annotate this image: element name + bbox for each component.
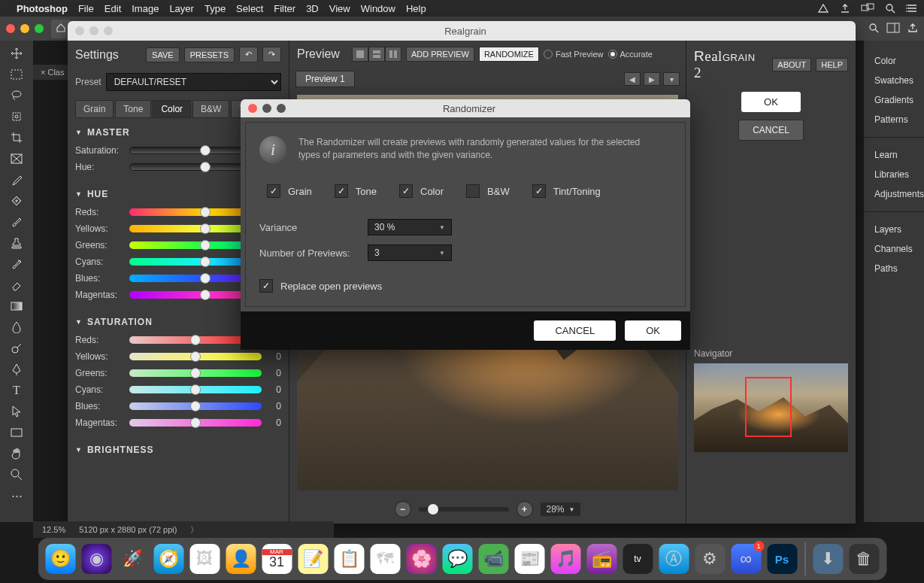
panel-adjustments[interactable]: Adjustments	[874, 184, 913, 204]
plugin-min[interactable]	[89, 26, 98, 35]
plugin-max[interactable]	[104, 26, 113, 35]
rectangle-tool[interactable]	[6, 424, 27, 441]
menu-file[interactable]: File	[78, 3, 94, 14]
status-chevron-icon[interactable]: 〉	[190, 524, 198, 536]
fast-preview-radio[interactable]: Fast Preview	[544, 50, 604, 59]
dock-notes[interactable]: 📝	[298, 544, 328, 574]
window-zoom[interactable]	[35, 24, 44, 33]
dock-news[interactable]: 📰	[514, 544, 544, 574]
sat-blues-slider[interactable]	[129, 400, 262, 412]
help-button[interactable]: HELP	[816, 58, 848, 71]
randomize-button[interactable]: RANDOMIZE	[479, 47, 539, 62]
marquee-tool[interactable]	[6, 66, 27, 83]
zoom-slider[interactable]	[419, 507, 509, 512]
panel-swatches[interactable]: Swatches	[874, 71, 913, 90]
panel-learn[interactable]: Learn	[874, 145, 913, 165]
dock-preview[interactable]: 🖼	[189, 544, 220, 574]
panel-color[interactable]: Color	[874, 51, 913, 71]
frame-tool[interactable]	[6, 150, 27, 167]
zoom-in-button[interactable]: +	[517, 501, 533, 518]
preview-next-button[interactable]: ▶	[644, 72, 660, 86]
eyedropper-tool[interactable]	[6, 172, 27, 188]
variance-select[interactable]: 30 %▼	[368, 219, 452, 235]
document-tab[interactable]: × Clas	[33, 65, 72, 80]
sat-magentas-slider[interactable]	[129, 417, 262, 429]
panel-paths[interactable]: Paths	[874, 259, 913, 278]
dock-settings[interactable]: ⚙	[695, 544, 725, 574]
menu-window[interactable]: Window	[361, 3, 395, 14]
gradient-tool[interactable]	[6, 298, 27, 314]
panel-gradients[interactable]: Gradients	[874, 90, 913, 110]
navigator-thumbnail[interactable]	[694, 363, 848, 452]
menu-layer[interactable]: Layer	[169, 3, 194, 14]
zoom-tool[interactable]	[6, 466, 27, 483]
dock-messages[interactable]: 💬	[442, 544, 472, 574]
dock-finder[interactable]: 🙂	[45, 544, 75, 574]
dock-launchpad[interactable]: 🚀	[117, 544, 147, 574]
type-tool[interactable]: T	[6, 382, 27, 399]
path-select-tool[interactable]	[6, 403, 27, 420]
add-preview-button[interactable]: ADD PREVIEW	[406, 47, 474, 62]
workspace-icon[interactable]	[886, 23, 900, 35]
status-icon[interactable]	[817, 3, 829, 14]
dock-podcasts[interactable]: 📻	[586, 544, 617, 574]
hand-tool[interactable]	[6, 445, 27, 462]
layout-split-v-icon[interactable]	[385, 47, 401, 62]
preset-select[interactable]: DEFAULT/RESET	[106, 73, 281, 91]
menu-edit[interactable]: Edit	[105, 3, 121, 14]
zoom-out-button[interactable]: −	[395, 501, 411, 518]
move-tool[interactable]	[6, 45, 27, 62]
save-button[interactable]: SAVE	[146, 47, 180, 62]
menu-type[interactable]: Type	[204, 3, 226, 14]
preview-menu-button[interactable]: ▾	[663, 72, 680, 86]
plugin-close[interactable]	[75, 26, 84, 35]
dock-appstore[interactable]: Ⓐ	[659, 544, 689, 574]
dock-trash[interactable]: 🗑	[849, 544, 879, 574]
menu-image[interactable]: Image	[132, 3, 159, 14]
panel-patterns[interactable]: Patterns	[874, 110, 913, 129]
crop-tool[interactable]	[6, 129, 27, 146]
dock-tv[interactable]: tv	[623, 544, 653, 574]
blur-tool[interactable]	[6, 319, 27, 336]
dock-photos[interactable]: 🌸	[406, 544, 436, 574]
dodge-tool[interactable]	[6, 340, 27, 357]
menu-3d[interactable]: 3D	[306, 3, 319, 14]
check-tint[interactable]: ✓Tint/Toning	[532, 184, 601, 198]
check-color[interactable]: ✓Color	[399, 184, 444, 198]
more-tools[interactable]: ⋯	[6, 487, 27, 504]
dock-calendar[interactable]: MAR31	[262, 544, 292, 574]
check-replace[interactable]: ✓Replace open previews	[259, 279, 671, 293]
window-close[interactable]	[6, 24, 15, 33]
dock-maps[interactable]: 🗺	[370, 544, 400, 574]
stamp-tool[interactable]	[6, 235, 27, 251]
about-button[interactable]: ABOUT	[772, 58, 811, 71]
dock-creative-cloud[interactable]: ∞1	[731, 544, 761, 574]
panel-channels[interactable]: Channels	[874, 239, 913, 259]
dock-music[interactable]: 🎵	[550, 544, 580, 574]
dock-safari[interactable]: 🧭	[153, 544, 183, 574]
modal-close[interactable]	[248, 104, 257, 113]
check-bw[interactable]: B&W	[466, 184, 510, 198]
eraser-tool[interactable]	[6, 277, 27, 293]
lasso-tool[interactable]	[6, 87, 27, 104]
pen-tool[interactable]	[6, 361, 27, 378]
layout-single-icon[interactable]	[352, 47, 368, 62]
search-icon[interactable]	[868, 23, 879, 35]
tab-bw[interactable]: B&W	[192, 100, 229, 118]
menu-help[interactable]: Help	[406, 3, 426, 14]
sat-yellows-slider[interactable]	[129, 351, 262, 363]
zoom-value[interactable]: 28%▼	[541, 503, 581, 516]
tab-tone[interactable]: Tone	[115, 100, 151, 118]
preview-tab-1[interactable]: Preview 1	[295, 71, 355, 87]
dock-facetime[interactable]: 📹	[478, 544, 508, 574]
menu-select[interactable]: Select	[236, 3, 263, 14]
modal-ok-button[interactable]: OK	[625, 320, 681, 341]
redo-button[interactable]: ↷	[262, 47, 281, 62]
quick-select-tool[interactable]	[6, 108, 27, 125]
history-brush-tool[interactable]	[6, 256, 27, 272]
check-grain[interactable]: ✓Grain	[267, 184, 312, 198]
section-brightness[interactable]: ▼BRIGHTNESS	[75, 440, 281, 460]
undo-button[interactable]: ↶	[239, 47, 258, 62]
accurate-radio[interactable]: Accurate	[608, 50, 653, 59]
ok-button[interactable]: OK	[741, 92, 801, 112]
